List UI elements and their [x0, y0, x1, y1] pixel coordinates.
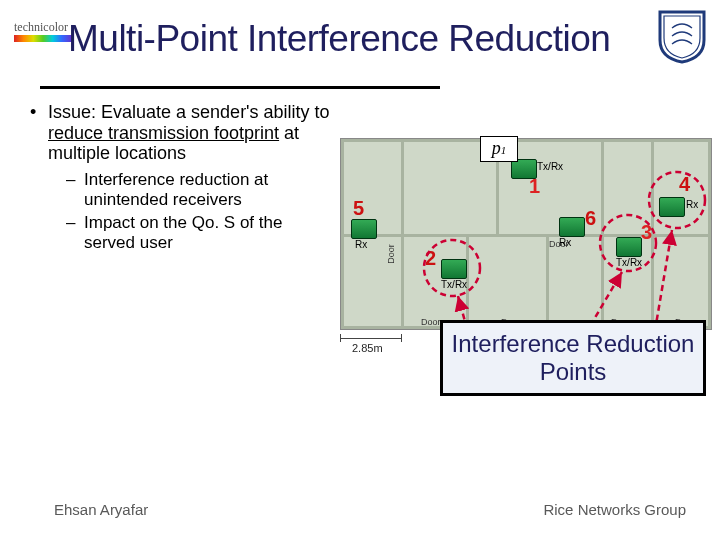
node-3 — [616, 237, 642, 257]
irp-annotation-box: Interference Reduction Points — [440, 320, 706, 396]
node-5-num: 5 — [353, 197, 364, 220]
node-1-role: Tx/Rx — [537, 161, 563, 172]
node-3-role: Tx/Rx — [616, 257, 642, 268]
irp-text: Interference Reduction Points — [443, 330, 703, 385]
floorplan: Door Door Door Door Door Door Tx/Rx 1 Tx… — [340, 138, 712, 330]
p1-callout: p1 — [480, 136, 518, 162]
rice-shield-icon — [658, 10, 706, 64]
node-4-role: Rx — [686, 199, 698, 210]
node-4-num: 4 — [679, 173, 690, 196]
slide-title: Multi-Point Interference Reduction — [68, 18, 610, 60]
node-6-num: 6 — [585, 207, 596, 230]
door-label: Door — [421, 317, 441, 327]
title-underline — [40, 86, 440, 89]
node-2-role: Tx/Rx — [441, 279, 467, 290]
door-label: Door — [386, 244, 396, 264]
node-6-role: Rx — [559, 237, 571, 248]
scale-bar — [340, 338, 402, 339]
scale-label: 2.85m — [352, 342, 383, 354]
node-1-num: 1 — [529, 175, 540, 198]
technicolor-logo: technicolor — [14, 20, 68, 35]
p1-sym: p — [492, 138, 501, 158]
node-3-num: 3 — [641, 221, 652, 244]
node-2-num: 2 — [425, 247, 436, 270]
node-5-role: Rx — [355, 239, 367, 250]
node-5 — [351, 219, 377, 239]
node-6 — [559, 217, 585, 237]
footer-group: Rice Networks Group — [543, 501, 686, 518]
node-2 — [441, 259, 467, 279]
bullet-underlined: reduce transmission footprint — [48, 123, 279, 143]
p1-sub: 1 — [501, 144, 507, 156]
technicolor-color-bar — [14, 35, 72, 42]
bullet-main: Issue: Evaluate a sender's ability to re… — [30, 102, 330, 164]
node-4 — [659, 197, 685, 217]
bullet-sub-2: Impact on the Qo. S of the served user — [66, 213, 330, 252]
bullet-lead: Issue: Evaluate a sender's ability to — [48, 102, 330, 122]
footer-author: Ehsan Aryafar — [54, 501, 148, 518]
bullet-list: Issue: Evaluate a sender's ability to re… — [30, 102, 330, 252]
bullet-sub-1: Interference reduction at unintended rec… — [66, 170, 330, 209]
